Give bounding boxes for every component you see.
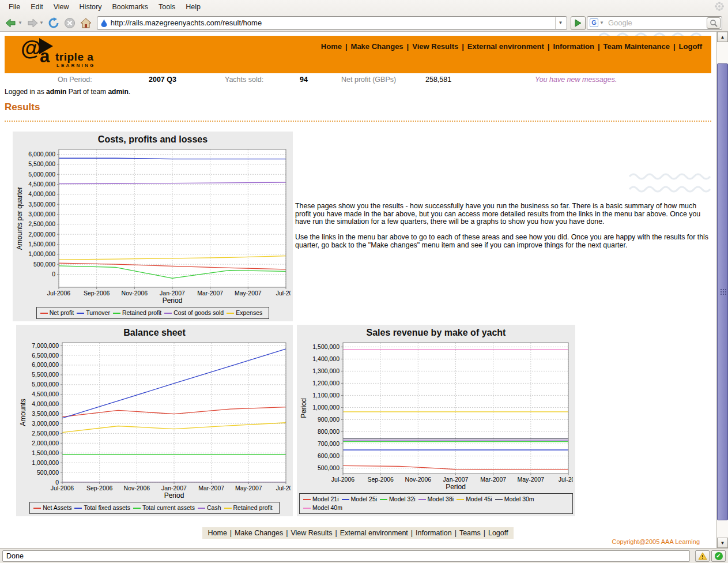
scrollbar-thumb[interactable] (717, 63, 728, 520)
vertical-scrollbar[interactable]: ▲ ▼ (716, 32, 728, 548)
forward-dropdown-icon[interactable]: ▼ (39, 20, 44, 25)
legend-label: Total current assets (142, 504, 195, 511)
y-tick-label: 2,000,000 (32, 440, 59, 446)
nav-team-maintenance[interactable]: Team Maintenance (603, 42, 670, 51)
footer-nav-logoff[interactable]: Logoff (488, 529, 508, 537)
y-tick-label: 6,500,000 (32, 352, 59, 359)
legend-swatch (380, 499, 387, 500)
yachts-sold-value: 94 (300, 76, 308, 84)
y-tick-label: 1,500,000 (32, 449, 59, 456)
y-tick-label: 3,000,000 (32, 420, 59, 427)
nav-separator: | (403, 42, 413, 51)
y-tick-label: 2,000,000 (28, 231, 55, 238)
legend-item-model-38i: Model 38i (418, 495, 454, 504)
legend-swatch (33, 508, 41, 509)
home-button[interactable] (78, 16, 93, 31)
footer-nav-view-results[interactable]: View Results (291, 529, 332, 537)
x-tick-label: Jul-2006 (331, 476, 354, 483)
nav-external-environment[interactable]: External environment (467, 42, 544, 51)
x-tick-label: Nov-2006 (124, 485, 150, 491)
chart-costs-profits-losses: Costs, profits and losses 0500,0001,000,… (13, 132, 293, 321)
login-status: Logged in as admin Part of team admin. (5, 88, 130, 96)
menu-file[interactable]: File (3, 1, 25, 13)
stop-button[interactable] (62, 16, 77, 31)
legend-swatch (77, 313, 84, 314)
scrollbar-down-button[interactable]: ▼ (717, 538, 728, 548)
login-user: admin (46, 88, 66, 96)
footer-nav-teams[interactable]: Teams (459, 529, 481, 537)
x-tick-label: Jul-200 (276, 290, 291, 296)
menu-bookmarks[interactable]: Bookmarks (107, 1, 153, 13)
login-team: admin (108, 88, 128, 96)
legend-item-retained-profit: Retained profit (113, 309, 161, 317)
y-tick-label: 0 (52, 271, 55, 277)
new-messages-link[interactable]: You have new messages. (535, 76, 617, 84)
footer-nav-make-changes[interactable]: Make Changes (235, 529, 283, 537)
x-tick-label: Sep-2006 (86, 485, 113, 491)
nav-separator: | (594, 42, 603, 51)
legend-swatch (40, 313, 48, 314)
logo-title: triple a (55, 51, 93, 63)
nav-home[interactable]: Home (321, 42, 342, 51)
chart-title: Costs, profits and losses (15, 133, 291, 147)
back-arrow-icon (5, 18, 17, 28)
nav-logoff[interactable]: Logoff (679, 42, 702, 51)
legend-label: Model 25i (351, 496, 378, 502)
intro-paragraph-1: These pages show you the results - how s… (295, 202, 712, 226)
security-ok-button[interactable]: ✓ (711, 550, 726, 562)
chart-plot: 0500,0001,000,0001,500,0002,000,0002,500… (18, 340, 291, 501)
legend-swatch (495, 499, 503, 500)
logo-a-glyph: a (40, 46, 50, 67)
back-dropdown-icon[interactable]: ▼ (18, 20, 22, 25)
forward-button[interactable] (25, 16, 40, 31)
menu-view[interactable]: View (48, 1, 74, 13)
menu-help[interactable]: Help (180, 1, 206, 13)
go-button[interactable] (571, 16, 586, 30)
legend-item-net-profit: Net profit (40, 309, 74, 317)
footer-nav-external-environment[interactable]: External environment (340, 529, 408, 537)
copyright-text: Copyright@2005 AAA Learning (612, 538, 700, 545)
footer: Home|Make Changes|View Results|External … (0, 527, 716, 539)
legend-label: Model 21i (312, 496, 339, 502)
magnifier-icon (710, 19, 718, 27)
nav-make-changes[interactable]: Make Changes (351, 42, 403, 51)
search-input[interactable] (608, 18, 707, 27)
search-button[interactable] (707, 17, 721, 29)
x-tick-label: Nov-2006 (122, 290, 148, 296)
footer-nav-information[interactable]: Information (416, 529, 452, 537)
url-text[interactable]: http://rails.mazegreenyachts.com/result/… (111, 18, 555, 27)
y-tick-label: 500,000 (318, 464, 340, 471)
y-tick-label: 4,000,000 (32, 400, 59, 407)
legend-item-cost-of-goods-sold: Cost of goods sold (164, 309, 224, 317)
chart-legend: Model 21iModel 25iModel 32iModel 38iMode… (299, 493, 573, 514)
y-tick-label: 700,000 (318, 440, 340, 447)
search-engine-dropdown-icon[interactable]: ▼ (599, 20, 604, 25)
nav-information[interactable]: Information (553, 42, 594, 51)
back-button[interactable] (3, 16, 18, 31)
menu-tools[interactable]: Tools (153, 1, 180, 13)
divider (5, 121, 711, 122)
y-tick-label: 3,500,000 (32, 410, 59, 417)
menu-history[interactable]: History (74, 1, 107, 13)
reload-button[interactable] (46, 16, 61, 31)
legend-swatch (303, 508, 311, 509)
url-dropdown-icon[interactable]: ▼ (555, 17, 565, 29)
legend-item-model-30m: Model 30m (495, 495, 534, 504)
chart-balance-sheet: Balance sheet 0500,0001,000,0001,500,000… (16, 325, 293, 516)
legend-label: Model 38i (428, 496, 454, 502)
y-tick-label: 1,500,000 (28, 241, 55, 247)
legend-label: Expenses (236, 309, 262, 316)
go-arrow-icon (574, 19, 582, 27)
legend-swatch (198, 508, 205, 509)
search-box[interactable]: G ▼ (587, 16, 722, 30)
y-tick-label: 5,000,000 (32, 381, 59, 388)
scrollbar-up-button[interactable]: ▲ (717, 32, 728, 42)
address-bar[interactable]: http://rails.mazegreenyachts.com/result/… (97, 16, 567, 30)
warning-button[interactable] (695, 550, 710, 562)
menu-edit[interactable]: Edit (25, 1, 48, 13)
legend-swatch (457, 499, 464, 500)
nav-view-results[interactable]: View Results (412, 42, 458, 51)
y-tick-label: 5,500,000 (32, 371, 59, 378)
footer-nav-home[interactable]: Home (208, 529, 227, 537)
y-axis-label: Period (300, 398, 308, 418)
